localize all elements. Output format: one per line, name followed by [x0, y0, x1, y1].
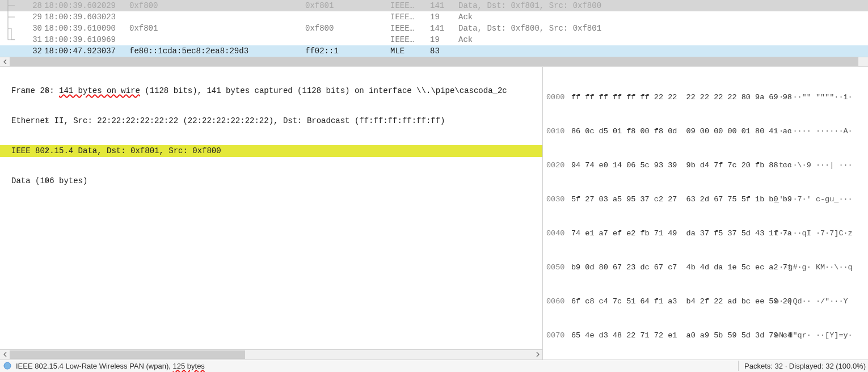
- col-length: 141: [430, 0, 458, 11]
- hex-row[interactable]: 002094 74 e0 14 06 5c 93 39 9b d4 7f 7c …: [546, 160, 865, 171]
- col-source: 0xf800: [129, 0, 305, 11]
- hex-row[interactable]: 004074 e1 a7 ef e2 fb 71 49 da 37 f5 37 …: [546, 228, 865, 239]
- svg-point-0: [4, 362, 11, 369]
- annotation-underline: 141 bytes on wire: [59, 85, 140, 97]
- detail-frame[interactable]: Frame 28: 141 bytes on wire (1128 bits),…: [0, 85, 542, 97]
- packet-row-selected[interactable]: 32 18:00:47.923037 fe80::1cda:5ec8:2ea8:…: [0, 45, 868, 57]
- details-hscrollbar[interactable]: [0, 349, 542, 360]
- expert-info-icon[interactable]: [2, 361, 12, 371]
- scroll-right-icon[interactable]: [533, 350, 542, 359]
- status-packet-count: Packets: 32 · Displayed: 32 (100.0%): [744, 362, 866, 370]
- packet-row[interactable]: 31 18:00:39.610969 IEEE… 19 Ack: [0, 34, 868, 45]
- annotation-underline: 125 bytes: [173, 362, 205, 370]
- hex-row[interactable]: 0050b9 0d 80 67 23 dc 67 c7 4b 4d da 1e …: [546, 262, 865, 273]
- packet-details-pane[interactable]: Frame 28: 141 bytes on wire (1128 bits),…: [0, 67, 542, 360]
- packet-row[interactable]: 28 18:00:39.602029 0xf800 0xf801 IEEE… 1…: [0, 0, 868, 11]
- packet-list[interactable]: 28 18:00:39.602029 0xf800 0xf801 IEEE… 1…: [0, 0, 868, 57]
- packet-bytes-pane[interactable]: 0000ff ff ff ff ff ff 22 22 22 22 22 22 …: [542, 67, 868, 360]
- scroll-left-icon[interactable]: [0, 350, 10, 359]
- hex-row[interactable]: 001086 0c d5 01 f8 00 f8 0d 09 00 00 00 …: [546, 126, 865, 137]
- col-protocol: IEEE…: [390, 0, 430, 11]
- scroll-left-icon[interactable]: [0, 57, 10, 66]
- col-dest: 0xf801: [305, 0, 390, 11]
- scrollbar-thumb[interactable]: [10, 57, 858, 66]
- col-no: 28: [18, 0, 44, 11]
- scrollbar-track[interactable]: [10, 57, 858, 66]
- hex-row[interactable]: 00305f 27 03 a5 95 37 c2 27 63 2d 67 75 …: [546, 194, 865, 205]
- detail-ieee802154-selected[interactable]: IEEE 802.15.4 Data, Dst: 0xf801, Src: 0x…: [0, 145, 542, 157]
- scrollbar-track[interactable]: [10, 350, 533, 359]
- chevron-right-icon: [3, 163, 10, 199]
- hex-row[interactable]: 0000ff ff ff ff ff ff 22 22 22 22 22 22 …: [546, 92, 865, 103]
- status-divider: [738, 361, 739, 371]
- status-bar: IEEE 802.15.4 Low-Rate Wireless PAN (wpa…: [0, 360, 868, 372]
- detail-ethernet[interactable]: Ethernet II, Src: 22:22:22:22:22:22 (22:…: [0, 115, 542, 127]
- packet-row[interactable]: 29 18:00:39.603023 IEEE… 19 Ack: [0, 11, 868, 23]
- hex-row[interactable]: 00606f c8 c4 7c 51 64 f1 a3 b4 2f 22 ad …: [546, 296, 865, 307]
- scrollbar-thumb[interactable]: [10, 350, 245, 359]
- packet-list-hscrollbar[interactable]: [0, 57, 868, 66]
- hex-row[interactable]: 007065 4e d3 48 22 71 72 e1 a0 a9 5b 59 …: [546, 330, 865, 341]
- col-info: Data, Dst: 0xf801, Src: 0xf800: [458, 0, 868, 11]
- detail-data[interactable]: Data (106 bytes): [0, 175, 542, 187]
- col-time: 18:00:39.602029: [44, 0, 129, 11]
- packet-row[interactable]: 30 18:00:39.610090 0xf801 0xf800 IEEE… 1…: [0, 23, 868, 34]
- status-left-text: IEEE 802.15.4 Low-Rate Wireless PAN (wpa…: [16, 362, 205, 370]
